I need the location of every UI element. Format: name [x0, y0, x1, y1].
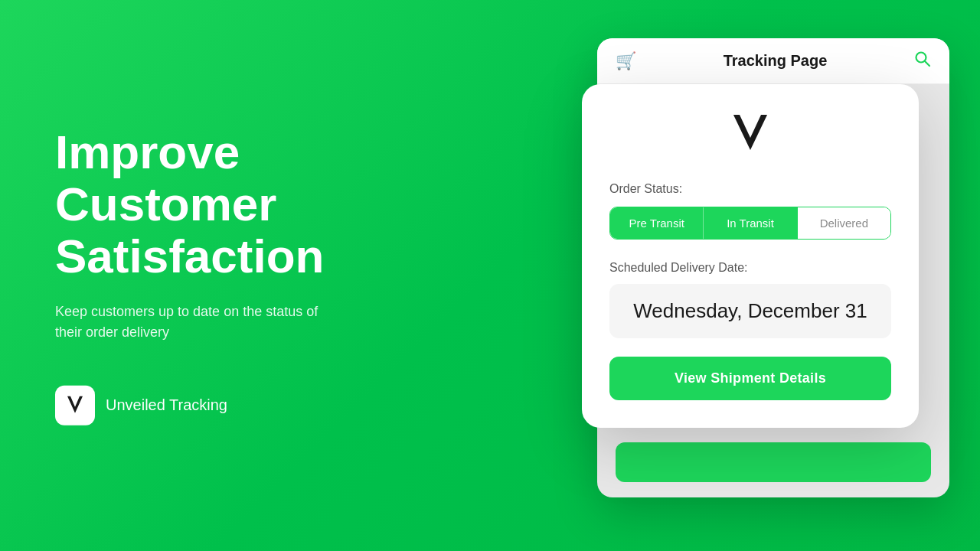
delivery-label: Scheduled Delivery Date:	[609, 261, 891, 275]
search-icon	[914, 51, 931, 71]
browser-header: 🛒 Tracking Page	[597, 38, 949, 84]
modal-logo	[609, 109, 891, 161]
browser-title: Tracking Page	[636, 52, 914, 70]
cart-icon: 🛒	[616, 51, 636, 71]
tab-pre-transit[interactable]: Pre Transit	[610, 207, 703, 239]
tab-in-transit[interactable]: In Transit	[703, 207, 796, 239]
browser-bottom-button	[616, 442, 931, 482]
brand-icon	[55, 385, 95, 425]
modal-card: Order Status: Pre Transit In Transit Del…	[582, 84, 919, 428]
svg-line-1	[925, 61, 929, 66]
delivery-date-box: Wednesday, December 31	[609, 284, 891, 338]
v-logo-icon	[726, 109, 775, 158]
headline: Improve Customer Satisfaction	[55, 126, 423, 283]
right-section: 🛒 Tracking Page	[582, 38, 949, 513]
delivery-date: Wednesday, December 31	[633, 299, 867, 322]
brand-row: Unveiled Tracking	[55, 385, 423, 425]
v-logo-small-icon	[63, 393, 87, 417]
view-shipment-button[interactable]: View Shipment Details	[609, 357, 891, 400]
status-tabs: Pre Transit In Transit Delivered	[609, 207, 891, 240]
brand-name: Unveiled Tracking	[106, 396, 227, 414]
tab-delivered[interactable]: Delivered	[797, 207, 890, 239]
subtitle: Keep customers up to date on the status …	[55, 301, 346, 342]
left-section: Improve Customer Satisfaction Keep custo…	[55, 126, 423, 425]
order-status-label: Order Status:	[609, 182, 891, 196]
